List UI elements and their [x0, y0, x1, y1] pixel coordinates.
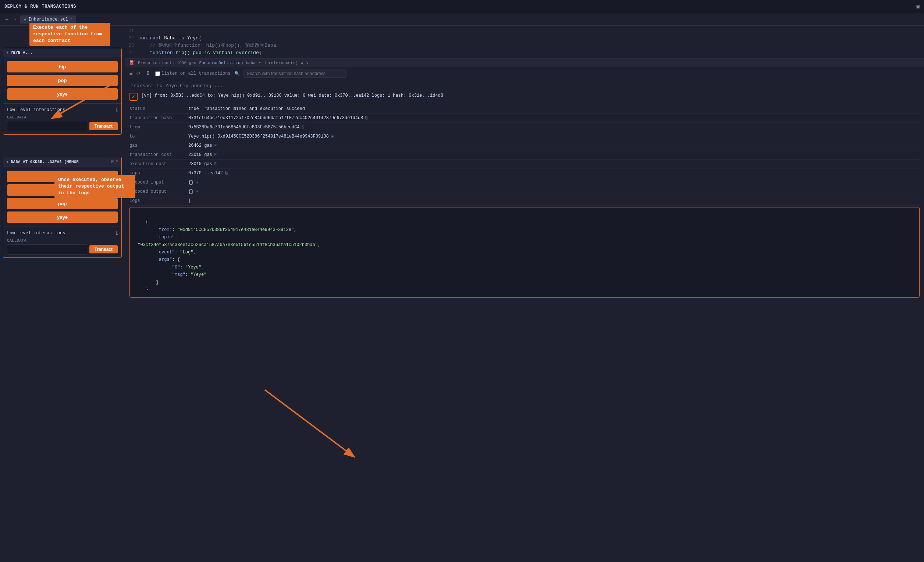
baba-transact-button[interactable]: Transact [89, 245, 118, 253]
yeye-calldata-label: CALLDATA [7, 115, 118, 120]
yeye-low-level-title: Low level interactions [7, 107, 65, 112]
gas-copy-icon[interactable]: ⎘ [214, 144, 217, 148]
tx-bar: ⇄ ⏱ 0 listen on all transactions 🔍 [125, 67, 924, 80]
baba-calldata-input[interactable] [7, 244, 87, 255]
file-icon: ◈ [24, 17, 27, 22]
yeye-function-buttons: hip pop yeye [3, 57, 122, 103]
log-row-to: to Yeye.hip() 0xd9145CCE52D386f254917e48… [129, 132, 920, 141]
file-tab[interactable]: ◈ Inheritance.sol × [20, 15, 76, 24]
page-title: DEPLOY & RUN TRANSACTIONS [4, 4, 914, 9]
sidebar: Execute each of the respective function … [0, 26, 125, 562]
editor-area: 21 22 contract Baba is Yeye{ 23 // 继承两个f… [125, 26, 924, 562]
log-entry-summary: [vm] from: 0x5B3...eddC4 to: Yeye.hip() … [141, 92, 443, 99]
log-row-decoded-input: decoded input {} ⎘ [129, 178, 920, 187]
tx-search-icon[interactable]: 🔍 [234, 71, 240, 76]
log-area: transact to Yeye.hip pending ... ✓ [vm] … [125, 80, 924, 562]
yeye-low-level: Low level interactions ℹ CALLDATA Transa… [3, 103, 122, 134]
from-copy-icon[interactable]: ⎘ [302, 125, 304, 129]
baba-info-icon[interactable]: ℹ [116, 230, 118, 236]
baba-pop-button[interactable]: pop [7, 198, 118, 209]
code-line-22: 22 contract Baba is Yeye{ [125, 34, 924, 42]
yeye-calldata-input[interactable] [7, 121, 87, 131]
execcost-copy-icon[interactable]: ⎘ [214, 162, 217, 166]
exec-arrow-up[interactable]: ∧ [301, 60, 303, 65]
tx-counter: 0 [144, 71, 152, 76]
decoded-input-copy-icon[interactable]: ⎘ [196, 180, 198, 184]
log-row-decoded-output: decoded output {} ⎘ [129, 187, 920, 196]
tab-close-button[interactable]: × [70, 17, 72, 21]
baba-function-buttons: baba hip pop yeye [3, 167, 122, 226]
yeye-transact-button[interactable]: Transact [89, 122, 118, 130]
exec-arrow-down[interactable]: ∨ [306, 60, 309, 65]
tx-clock-icon[interactable]: ⏱ [136, 71, 141, 76]
exec-cost: Execution cost: 1990 gas [138, 61, 196, 65]
tx-listen-label: listen on all transactions [162, 71, 230, 76]
baba-contract-header[interactable]: ▼ BABA AT 0XD8B...33FA8 (MEMOR ⎘ × [3, 157, 122, 167]
tx-listen-checkbox[interactable] [155, 71, 160, 76]
log-table: status true Transaction mined and execut… [129, 105, 920, 298]
logs-json-block: { "from": "0xd9145CCE52D386f254917e481eB… [129, 207, 920, 298]
txhash-copy-icon[interactable]: ⎘ [365, 116, 368, 120]
log-row-txhash: transaction hash 0x31ef64bc71ec31172af70… [129, 114, 920, 123]
log-row-input: input 0x370...ea142 ⎘ [129, 169, 920, 178]
exec-references: 1 reference(s) [264, 61, 298, 65]
decoded-output-copy-icon[interactable]: ⎘ [196, 189, 198, 194]
exec-func-type: FunctionDefinition [199, 61, 243, 65]
zoom-out-button[interactable]: - [12, 15, 18, 24]
yeye-contract-header[interactable]: ▼ YEYE A... [3, 48, 122, 57]
baba-close-icon[interactable]: × [116, 159, 118, 165]
baba-hip-button[interactable]: hip [7, 184, 118, 196]
log-entry: ✓ [vm] from: 0x5B3...eddC4 to: Yeye.hip(… [129, 92, 920, 298]
exec-arrow-icon: ➤ [259, 60, 261, 65]
yeye-info-icon[interactable]: ℹ [116, 106, 118, 113]
log-row-txcost: transaction cost 23010 gas ⎘ [129, 150, 920, 160]
tab-label: Inheritance.sol [28, 17, 68, 22]
baba-yeye-button[interactable]: yeye [7, 211, 118, 223]
code-line-21: 21 [125, 27, 924, 34]
annotation-1: Execute each of the respective function … [29, 26, 110, 46]
code-line-23: 23 // 继承两个function: hip()和pop(), 输出改为Bab… [125, 42, 924, 49]
panel-icon[interactable]: ▣ [916, 3, 920, 10]
baba-calldata-label: CALLDATA [7, 238, 118, 243]
code-editor: 21 22 contract Baba is Yeye{ 23 // 继承两个f… [125, 26, 924, 58]
log-row-status: status true Transaction mined and execut… [129, 105, 920, 114]
baba-low-level-title: Low level interactions [7, 231, 65, 236]
log-success-icon[interactable]: ✓ [129, 93, 138, 101]
gas-icon: ⛽ [129, 60, 135, 66]
log-row-from: from 0x5B38Da6a701c568545dCfcB03FcB875f5… [129, 123, 920, 132]
exec-bar: ⛽ Execution cost: 1990 gas FunctionDefin… [125, 58, 924, 67]
tx-search-input[interactable] [243, 69, 346, 78]
to-copy-icon[interactable]: ⎘ [331, 134, 334, 139]
code-line-24: 24 function hip() public virtual overrid… [125, 49, 924, 57]
zoom-in-button[interactable]: + [3, 15, 10, 24]
baba-contract-name: BABA AT 0XD8B...33FA8 (MEMOR [10, 160, 109, 164]
baba-low-level: Low level interactions ℹ CALLDATA Transa… [3, 226, 122, 258]
baba-copy-icon[interactable]: ⎘ [111, 159, 114, 165]
baba-chevron-icon: ▼ [6, 160, 9, 164]
yeye-contract-name: YEYE A... [10, 50, 118, 55]
input-copy-icon[interactable]: ⎘ [225, 171, 228, 175]
yeye-contract-section: ▼ YEYE A... hip pop yeye Low level inter… [3, 48, 122, 135]
log-entry-header: ✓ [vm] from: 0x5B3...eddC4 to: Yeye.hip(… [129, 92, 920, 101]
tx-arrows-icon[interactable]: ⇄ [129, 70, 132, 77]
yeye-pop-button[interactable]: pop [7, 75, 118, 86]
log-pending: transact to Yeye.hip pending ... [129, 83, 920, 88]
baba-baba-button[interactable]: baba [7, 171, 118, 182]
txcost-copy-icon[interactable]: ⎘ [214, 153, 217, 157]
log-row-logs: logs [ [129, 196, 920, 205]
yeye-chevron-icon: ▼ [6, 51, 9, 55]
log-row-gas: gas 26462 gas ⎘ [129, 141, 920, 150]
yeye-yeye-button[interactable]: yeye [7, 88, 118, 100]
yeye-hip-button[interactable]: hip [7, 61, 118, 72]
baba-contract-section: ▼ BABA AT 0XD8B...33FA8 (MEMOR ⎘ × baba … [3, 157, 122, 258]
log-row-execcost: execution cost 23010 gas ⎘ [129, 160, 920, 169]
tx-listen-checkbox-area: listen on all transactions [155, 71, 230, 76]
exec-func-name: baba [246, 61, 255, 65]
